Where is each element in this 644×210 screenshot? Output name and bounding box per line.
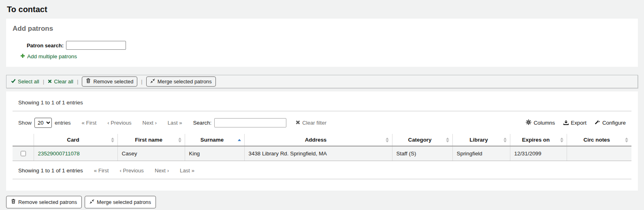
sort-up-down-icon[interactable] — [625, 138, 628, 142]
compress-arrows-icon — [150, 78, 155, 85]
sort-up-down-icon[interactable] — [446, 138, 449, 142]
merge-selected-patrons-button[interactable]: Merge selected patrons — [85, 196, 156, 208]
merge-selected-patrons-button[interactable]: Merge selected patrons — [146, 76, 216, 87]
sort-up-down-icon[interactable] — [386, 138, 389, 142]
pagination-bottom: « First ‹ Previous Next › Last » — [83, 168, 194, 174]
sort-up-down-icon[interactable] — [111, 138, 114, 142]
sort-up-down-icon[interactable] — [178, 138, 181, 142]
table-controls: Show 20 entries « First ‹ Previous Next … — [18, 118, 626, 128]
table-tools: Columns Export Configure — [526, 119, 626, 126]
clear-all-link[interactable]: Clear all — [48, 78, 73, 85]
row-checkbox[interactable] — [21, 151, 26, 156]
download-icon — [563, 120, 569, 126]
divider-line — [13, 179, 631, 179]
table-info-top: Showing 1 to 1 of 1 entries — [13, 98, 631, 106]
remove-selected-button[interactable]: Remove selected — [82, 76, 137, 87]
clear-filter-link[interactable]: Clear filter — [296, 120, 326, 126]
table-info-bottom: Showing 1 to 1 of 1 entries — [18, 168, 83, 174]
add-multiple-patrons-label: Add multiple patrons — [27, 53, 77, 59]
patron-search-input[interactable] — [66, 41, 126, 50]
entries-label: entries — [55, 120, 71, 126]
column-header-address[interactable]: Address — [244, 134, 392, 146]
cell-first-name: Casey — [117, 146, 185, 161]
trash-icon — [86, 78, 91, 85]
check-icon — [11, 78, 16, 85]
sort-asc-icon[interactable] — [238, 139, 241, 141]
gear-icon — [526, 119, 531, 126]
page-length-select[interactable]: 20 — [34, 118, 52, 128]
pagination-next[interactable]: Next › — [143, 120, 157, 126]
table-search-group: Search: — [193, 118, 286, 127]
column-header-first-name[interactable]: First name — [117, 134, 185, 146]
cell-circ-notes — [567, 146, 631, 161]
x-icon — [48, 78, 52, 85]
column-header-category[interactable]: Category — [392, 134, 452, 146]
pagination-next[interactable]: Next › — [155, 168, 169, 174]
cell-surname: King — [185, 146, 244, 161]
selection-toolbar: Select all | Clear all | Remove selected… — [6, 75, 638, 88]
cardnumber-link[interactable]: 23529000711078 — [38, 151, 80, 157]
remove-selected-patrons-button[interactable]: Remove selected patrons — [6, 196, 82, 208]
divider-line — [13, 111, 631, 111]
pagination-last[interactable]: Last » — [180, 168, 194, 174]
cell-category: Staff (S) — [392, 146, 452, 161]
column-header-card[interactable]: Card — [34, 134, 117, 146]
add-patrons-heading: Add patrons — [6, 19, 638, 37]
pagination-last[interactable]: Last » — [168, 120, 182, 126]
table-row: 23529000711078 Casey King 3438 Library R… — [13, 146, 631, 161]
pagination-first[interactable]: « First — [82, 120, 97, 126]
trash-icon — [11, 199, 16, 206]
show-label: Show — [18, 120, 32, 126]
row-checkbox-cell — [13, 146, 34, 161]
page-title: To contact — [7, 5, 637, 14]
toolbar-divider: | — [141, 78, 143, 85]
export-button[interactable]: Export — [563, 120, 586, 126]
compress-arrows-icon — [90, 199, 94, 206]
patron-list-panel: Showing 1 to 1 of 1 entries Show 20 entr… — [6, 91, 638, 191]
patron-search-row: Patron search: — [6, 41, 638, 50]
footer-actions: Remove selected patrons Merge selected p… — [6, 196, 638, 208]
cell-expires-on: 12/31/2099 — [510, 146, 567, 161]
column-header-surname[interactable]: Surname — [185, 134, 244, 146]
page-header: To contact — [0, 0, 644, 19]
patron-table: Card First name Surname Address Category… — [13, 134, 631, 161]
column-header-expires-on[interactable]: Expires on — [510, 134, 567, 146]
wrench-icon — [595, 120, 600, 126]
toolbar-divider: | — [43, 78, 45, 85]
page-length-group: Show 20 entries — [18, 118, 71, 128]
cell-card: 23529000711078 — [34, 146, 117, 161]
patron-search-label: Patron search: — [6, 42, 66, 49]
add-multiple-patrons-link[interactable]: Add multiple patrons — [20, 53, 638, 59]
select-all-link[interactable]: Select all — [11, 78, 39, 85]
cell-address: 3438 Library Rd. Springfield, MA — [244, 146, 392, 161]
column-header-library[interactable]: Library — [452, 134, 510, 146]
table-header-row: Card First name Surname Address Category… — [13, 134, 631, 146]
configure-button[interactable]: Configure — [595, 120, 626, 126]
pagination-top: « First ‹ Previous Next › Last » — [71, 120, 182, 126]
table-search-input[interactable] — [214, 118, 286, 127]
table-footer-row: Showing 1 to 1 of 1 entries « First ‹ Pr… — [18, 168, 631, 174]
sort-up-down-icon[interactable] — [560, 138, 563, 142]
column-header-checkbox — [13, 134, 34, 146]
search-label: Search: — [193, 120, 211, 126]
pagination-previous[interactable]: ‹ Previous — [107, 120, 131, 126]
sort-up-down-icon[interactable] — [503, 138, 507, 142]
pagination-first[interactable]: « First — [94, 168, 109, 174]
column-header-circ-notes[interactable]: Circ notes — [567, 134, 631, 146]
cell-library: Springfield — [452, 146, 510, 161]
toolbar-divider: | — [77, 78, 79, 85]
plus-icon — [20, 53, 25, 59]
pagination-previous[interactable]: ‹ Previous — [120, 168, 144, 174]
add-patrons-card: Add patrons Patron search: Add multiple … — [6, 19, 638, 67]
x-icon — [296, 120, 300, 126]
columns-button[interactable]: Columns — [526, 119, 555, 126]
